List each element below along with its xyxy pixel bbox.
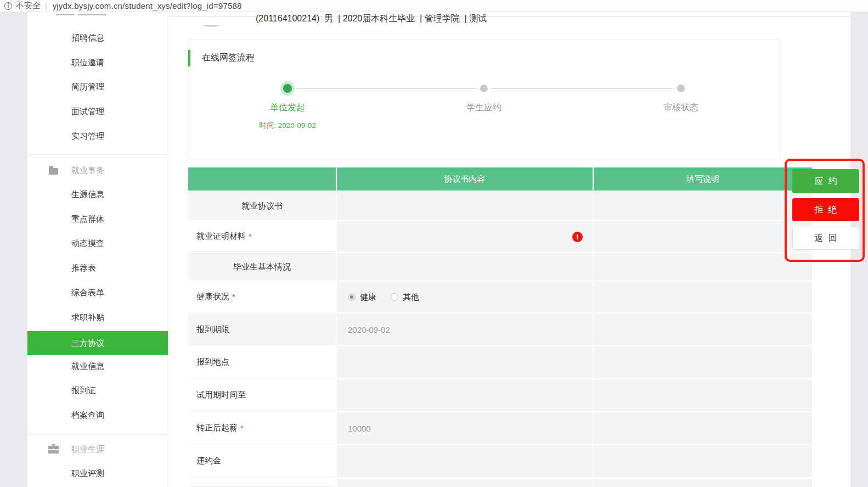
row-label: 报到期限 [196,324,229,335]
row-label: 就业协议书 [241,201,283,211]
instruction-cell [594,445,812,477]
sidebar-item-recruitment-info[interactable]: 招聘信息 [27,26,168,50]
sidebar: 招聘信息 职位邀请 简历管理 面试管理 实习管理 就业事务 生源信息 重点群体 … [27,12,168,487]
table-row-employment-proof: 就业证明材料 * ! [188,221,812,252]
info-icon[interactable]: i [4,2,12,10]
folder-icon [48,165,59,175]
table-header-row: 协议书内容 填写说明 [188,167,812,191]
instruction-cell [594,379,812,411]
sidebar-item-key-groups[interactable]: 重点群体 [27,207,168,231]
instruction-cell [594,412,812,444]
sidebar-section-label: 就业事务 [71,165,104,175]
sidebar-item-registration-card[interactable]: 报到证 [27,378,168,402]
url-text[interactable]: yjydx.bysjy.com.cn/student_xys/edit?log_… [53,1,242,10]
row-label: 毕业生基本情况 [233,262,291,272]
reject-button[interactable]: 拒绝 [792,198,859,221]
table-row-employment-agreement: 就业协议书 [188,192,812,220]
table-row-probation-until: 试用期时间至 [188,379,812,411]
sidebar-item-recommendation-form[interactable]: 推荐表 [27,256,168,280]
sidebar-item-career-assessment[interactable]: 职业评测 [27,461,168,485]
security-label: 不安全 [16,1,41,11]
sidebar-divider [27,434,168,435]
content-cell [337,192,593,220]
table-row-health-status: 健康状况 * 健康 其他 [188,282,812,312]
row-label: 试用期时间至 [196,390,246,400]
table-row-report-location: 报到地点 [188,346,812,378]
row-label: 就业证明材料 [196,231,246,242]
row-label: 健康状况 [196,292,229,302]
instruction-cell [594,314,812,345]
step-label-review-status: 审核状态 [637,102,725,114]
required-asterisk: * [240,423,244,433]
sidebar-item-partial [56,14,122,18]
agreement-table: 协议书内容 填写说明 就业协议书 就业证明材料 * ! [188,167,812,487]
row-label: 报到地点 [196,357,229,367]
sidebar-item-internship-management[interactable]: 实习管理 [27,124,168,148]
sidebar-section-career: 职业生涯 [27,437,168,461]
sidebar-item-interview-management[interactable]: 面试管理 [27,99,168,124]
starting-salary-value: 10000 [348,424,371,433]
sidebar-item-resume-management[interactable]: 简历管理 [27,75,168,99]
step-done-dot [283,84,292,93]
browser-address-bar[interactable]: i 不安全 | yjydx.bysjy.com.cn/student_xys/e… [0,0,868,12]
sidebar-section-employment-affairs: 就业事务 [27,158,168,182]
card-accent-bar [188,50,190,66]
step-label-company-initiated: 单位发起 [244,102,331,114]
content-cell: 10000 [337,412,593,444]
header-cell-agreement-content: 协议书内容 [337,167,593,191]
table-row-graduate-basic-info: 毕业生基本情况 [188,253,812,281]
back-button[interactable]: 返回 [792,227,859,250]
content-cell [337,346,593,378]
instruction-cell [594,192,812,220]
sidebar-item-tripartite-agreement[interactable]: 三方协议 [27,331,168,355]
row-label: 违约金 [196,456,221,466]
instruction-cell [594,346,812,378]
instruction-cell [594,282,812,312]
sidebar-divider [27,154,168,155]
sidebar-item-employment-info[interactable]: 就业信息 [27,354,168,378]
instruction-cell [594,221,812,252]
card-title: 在线网签流程 [202,52,255,64]
header-cell-fill-instructions: 填写说明 [594,167,812,191]
content-shell: 招聘信息 职位邀请 简历管理 面试管理 实习管理 就业事务 生源信息 重点群体 … [27,12,850,487]
sidebar-item-archive-inquiry[interactable]: 档案查询 [27,403,168,427]
radio-option-other[interactable]: 其他 [391,292,419,303]
instruction-cell [594,253,812,281]
sidebar-item-comprehensive-forms[interactable]: 综合表单 [27,281,168,305]
radio-label: 健康 [360,292,376,303]
sidebar-item-student-origin-info[interactable]: 生源信息 [27,182,168,206]
sidebar-item-job-invitations[interactable]: 职位邀请 [27,51,168,75]
radio-label: 其他 [403,292,419,303]
radio-unchecked-icon[interactable] [391,293,398,301]
step-connector [296,88,477,89]
accept-button[interactable]: 应约 [792,169,859,193]
step-label-student-response: 学生应约 [440,102,528,114]
content-cell [337,253,593,281]
content-cell: 2020-09-02 [337,314,593,345]
content-cell [337,479,593,487]
error-badge-icon[interactable]: ! [572,232,583,242]
student-info-line: (201164100214) 男 | 2020届本科生毕业 | 管理学院 | 测… [256,13,487,25]
table-row-starting-salary: 转正后起薪 * 10000 [188,412,812,444]
table-row-report-deadline: 报到期限 2020-09-02 [188,314,812,345]
content-cell [337,379,593,411]
content-cell: 健康 其他 [337,282,593,312]
avatar [203,22,219,27]
required-asterisk: * [249,232,252,241]
radio-option-healthy[interactable]: 健康 [348,292,376,303]
step-connector [491,88,674,89]
header-cell-empty [188,167,336,191]
row-label: 转正后起薪 [196,423,238,433]
radio-checked-icon[interactable] [348,293,356,301]
sidebar-item-dynamic-survey[interactable]: 动态摸查 [27,231,168,255]
app-root: i 不安全 | yjydx.bysjy.com.cn/student_xys/e… [0,0,868,487]
briefcase-icon [48,444,59,454]
sidebar-section-label: 职业生涯 [71,444,104,454]
table-row-penalty-fee: 违约金 [188,445,812,477]
content-cell [337,445,593,477]
sidebar-item-job-seeking-subsidy[interactable]: 求职补贴 [27,305,168,329]
step-todo-dot [480,85,488,92]
report-deadline-value: 2020-09-02 [348,325,390,334]
content-cell: ! [337,221,593,252]
step-time: 时间: 2020-09-02 [227,121,348,131]
